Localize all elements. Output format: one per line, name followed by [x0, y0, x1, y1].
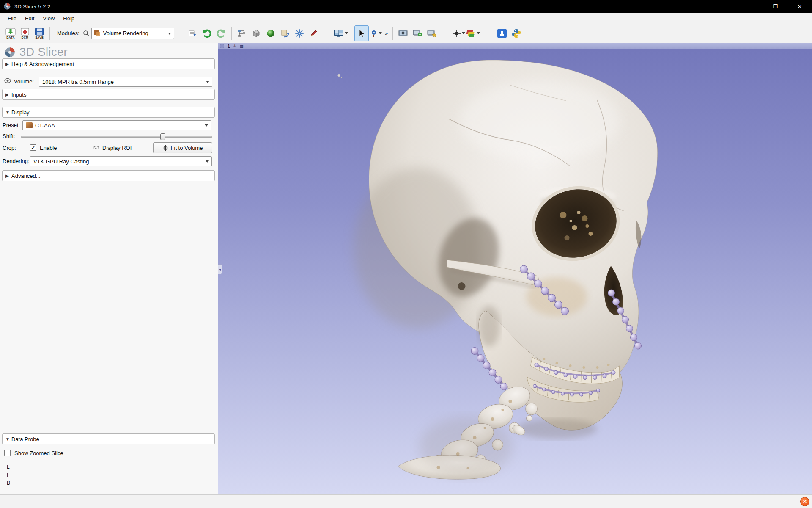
expand-right-icon: ▶ [5, 92, 11, 97]
crop-enable-checkbox[interactable] [30, 144, 36, 151]
python-console-button[interactable] [509, 25, 524, 41]
menu-file[interactable]: File [3, 14, 21, 23]
place-point-button[interactable] [369, 25, 383, 41]
preset-combo[interactable]: CT-AAA [22, 120, 211, 130]
load-dicom-icon [20, 28, 30, 36]
crosshair-icon [453, 29, 461, 38]
markups-module-button[interactable] [307, 25, 321, 41]
data-module-button[interactable] [235, 25, 249, 41]
chevron-down-icon [168, 33, 171, 35]
expand-right-icon: ▶ [5, 62, 11, 66]
crop-enable-label: Enable [40, 145, 57, 151]
inputs-section[interactable]: ▶ Inputs [2, 89, 215, 100]
forward-arrow-icon [216, 28, 226, 39]
menu-view[interactable]: View [38, 14, 59, 23]
menu-edit[interactable]: Edit [21, 14, 38, 23]
volume-combo[interactable]: 1018: MPR tra 0.5mm Range [39, 77, 212, 87]
view-crosshair-icon[interactable]: ✛ [233, 44, 237, 48]
title-bar: 3D Slicer 5.2.2 – ❐ ✕ [0, 0, 812, 13]
inputs-section-label: Inputs [11, 91, 26, 98]
save-button[interactable]: SAVE [32, 25, 47, 41]
show-zoomed-slice-checkbox[interactable] [4, 450, 11, 456]
chevron-down-icon [477, 32, 480, 34]
search-icon [83, 30, 90, 37]
view-controller-bar: − 1 ✛ ▦ [218, 43, 812, 49]
advanced-section[interactable]: ▶ Advanced... [2, 170, 215, 181]
slice-intersections-button[interactable] [466, 25, 480, 41]
menu-help[interactable]: Help [59, 14, 79, 23]
scene-view-restore-button[interactable] [425, 25, 439, 41]
load-dicom-button[interactable]: DCM [18, 25, 32, 41]
expand-right-icon: ▶ [5, 174, 11, 178]
models-module-icon [266, 29, 275, 38]
display-section[interactable]: ▼ Display [2, 107, 215, 118]
load-data-button[interactable]: DATA [3, 25, 18, 41]
error-log-button[interactable]: ✕ [800, 497, 809, 506]
shift-slider[interactable] [21, 136, 212, 138]
skull-volume-rendering [218, 49, 812, 494]
transforms-module-button[interactable] [278, 25, 292, 41]
app-logo-icon [3, 3, 11, 10]
expand-down-icon: ▼ [5, 110, 11, 115]
maximize-button[interactable]: ❐ [763, 0, 787, 13]
display-roi-label[interactable]: Display ROI [102, 145, 132, 151]
panel-splitter-handle[interactable]: ◂ [218, 264, 222, 274]
threeD-viewport: − 1 ✛ ▦ [218, 43, 812, 494]
volumes-module-icon [252, 29, 261, 38]
show-zoomed-slice-label: Show Zoomed Slice [14, 450, 63, 456]
volume-combo-value: 1018: MPR tra 0.5mm Range [42, 79, 114, 85]
save-icon [35, 28, 44, 36]
models-module-button[interactable] [263, 25, 278, 41]
orientation-f-label: F [7, 472, 10, 478]
view-pin-button[interactable]: − [220, 44, 224, 48]
place-point-icon [370, 30, 378, 37]
chevron-down-icon [206, 81, 209, 83]
display-roi-icon [93, 145, 99, 151]
transforms-module-icon [280, 29, 290, 38]
toolbar-separator [231, 27, 232, 40]
threeD-render-canvas[interactable]: ◂ [218, 49, 812, 494]
annotations-module-button[interactable] [292, 25, 307, 41]
fit-to-volume-button[interactable]: Fit to Volume [153, 142, 212, 153]
view-layout-grid-icon[interactable]: ▦ [240, 44, 244, 48]
screenshot-button[interactable] [396, 25, 410, 41]
layout-selector-button[interactable] [334, 25, 348, 41]
module-selector-value: Volume Rendering [103, 30, 148, 36]
orientation-b-label: B [7, 480, 10, 486]
crosshair-button[interactable] [452, 25, 466, 41]
shift-label: Shift: [3, 133, 15, 139]
volume-rendering-module-icon [94, 30, 101, 37]
markups-module-icon [309, 29, 318, 38]
load-data-icon [5, 28, 16, 36]
slicer-logo-icon [4, 47, 16, 58]
annotations-module-icon [295, 29, 304, 38]
status-bar: ✕ [0, 494, 812, 508]
preset-label: Preset: [3, 122, 20, 128]
rendering-combo[interactable]: VTK GPU Ray Casting [30, 156, 212, 166]
volumes-module-button[interactable] [249, 25, 263, 41]
module-selector-combo[interactable]: Volume Rendering [91, 28, 174, 39]
orientation-l-label: L [7, 464, 10, 470]
menu-bar: File Edit View Help [0, 13, 812, 24]
module-back-button[interactable] [200, 25, 214, 41]
scene-view-capture-button[interactable] [410, 25, 425, 41]
module-search-button[interactable] [81, 28, 91, 39]
module-forward-button[interactable] [214, 25, 228, 41]
mouse-interaction-button[interactable] [354, 25, 369, 41]
toolbar-overflow-button[interactable]: » [383, 30, 390, 36]
close-button[interactable]: ✕ [787, 0, 812, 13]
chevron-down-icon [206, 160, 209, 163]
view-name-label: 1 [228, 44, 230, 49]
mouse-pointer-icon [358, 29, 365, 38]
extensions-manager-button[interactable] [495, 25, 509, 41]
shift-slider-handle[interactable] [160, 133, 165, 140]
back-arrow-icon [202, 28, 212, 39]
screenshot-icon [398, 29, 408, 38]
data-module-icon [237, 29, 247, 38]
data-probe-section[interactable]: ▼ Data Probe [2, 433, 215, 444]
minimize-button[interactable]: – [738, 0, 763, 13]
module-panel: 3D Slicer ▶ Help & Acknowledgement Volum… [0, 43, 218, 494]
scene-view-restore-icon [427, 29, 436, 38]
module-history-button[interactable] [185, 25, 200, 41]
help-acknowledgement-section[interactable]: ▶ Help & Acknowledgement [2, 58, 215, 69]
